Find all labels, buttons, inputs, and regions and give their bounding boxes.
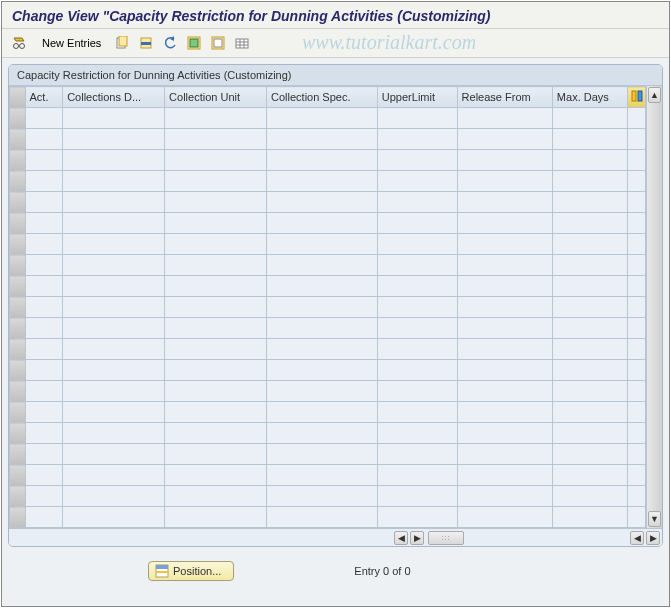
copy-as-button[interactable] [111, 33, 133, 53]
copy-icon [115, 36, 129, 50]
table-row[interactable] [10, 402, 646, 423]
table-row[interactable] [10, 276, 646, 297]
delete-icon [139, 36, 153, 50]
table-panel: Capacity Restriction for Dunning Activit… [8, 64, 663, 547]
col-max-days[interactable]: Max. Days [552, 87, 627, 108]
table-row[interactable] [10, 171, 646, 192]
pencil-glasses-icon [12, 35, 28, 51]
hscroll-thumb[interactable]: ::: [428, 531, 464, 545]
row-selector[interactable] [10, 318, 26, 339]
print-button[interactable] [231, 33, 253, 53]
table-row[interactable] [10, 339, 646, 360]
vertical-scrollbar[interactable]: ▲ ▼ [646, 86, 662, 528]
toggle-display-change-button[interactable] [8, 33, 32, 53]
row-selector[interactable] [10, 444, 26, 465]
scroll-down-button[interactable]: ▼ [648, 511, 661, 527]
entry-counter: Entry 0 of 0 [354, 565, 410, 577]
row-selector[interactable] [10, 507, 26, 528]
deselect-all-button[interactable] [207, 33, 229, 53]
toolbar: New Entries [2, 29, 669, 58]
svg-rect-15 [632, 91, 636, 101]
table-row[interactable] [10, 297, 646, 318]
new-entries-button[interactable]: New Entries [34, 33, 109, 53]
row-selector[interactable] [10, 171, 26, 192]
row-selector[interactable] [10, 276, 26, 297]
table-row[interactable] [10, 192, 646, 213]
table-row[interactable] [10, 507, 646, 528]
row-selector[interactable] [10, 402, 26, 423]
table-row[interactable] [10, 381, 646, 402]
row-selector[interactable] [10, 360, 26, 381]
undo-button[interactable] [159, 33, 181, 53]
row-selector[interactable] [10, 213, 26, 234]
scroll-track[interactable] [647, 104, 662, 510]
data-grid[interactable]: Act. Collections D... Collection Unit Co… [9, 86, 646, 528]
position-icon [155, 564, 169, 578]
row-selector[interactable] [10, 339, 26, 360]
row-selector[interactable] [10, 381, 26, 402]
table-row[interactable] [10, 360, 646, 381]
configure-columns-icon [631, 90, 643, 102]
hscroll-left2-button[interactable]: ◀ [630, 531, 644, 545]
table-row[interactable] [10, 423, 646, 444]
svg-rect-3 [119, 36, 127, 46]
svg-rect-7 [190, 39, 198, 47]
position-button[interactable]: Position... [148, 561, 234, 581]
row-selector[interactable] [10, 423, 26, 444]
row-selector[interactable] [10, 192, 26, 213]
table-row[interactable] [10, 150, 646, 171]
hscroll-left-button[interactable]: ◀ [394, 531, 408, 545]
table-row[interactable] [10, 234, 646, 255]
table-row[interactable] [10, 318, 646, 339]
panel-title: Capacity Restriction for Dunning Activit… [9, 65, 662, 86]
svg-rect-9 [214, 39, 222, 47]
header-row: Act. Collections D... Collection Unit Co… [10, 87, 646, 108]
col-collections-d[interactable]: Collections D... [63, 87, 165, 108]
col-upper-limit[interactable]: UpperLimit [377, 87, 457, 108]
row-selector[interactable] [10, 255, 26, 276]
configure-columns-button[interactable] [628, 87, 646, 108]
svg-rect-19 [156, 571, 168, 573]
row-selector[interactable] [10, 150, 26, 171]
row-selector[interactable] [10, 297, 26, 318]
select-all-icon [187, 36, 201, 50]
deselect-all-icon [211, 36, 225, 50]
select-all-button[interactable] [183, 33, 205, 53]
table-row[interactable] [10, 255, 646, 276]
svg-point-0 [14, 44, 19, 49]
table-print-icon [235, 36, 249, 50]
row-selector[interactable] [10, 234, 26, 255]
table-row[interactable] [10, 129, 646, 150]
position-label: Position... [173, 565, 221, 577]
table-row[interactable] [10, 486, 646, 507]
svg-rect-5 [141, 42, 151, 45]
hscroll-right-button[interactable]: ▶ [410, 531, 424, 545]
col-act[interactable]: Act. [25, 87, 63, 108]
delete-button[interactable] [135, 33, 157, 53]
undo-icon [163, 36, 177, 50]
row-selector[interactable] [10, 465, 26, 486]
table-row[interactable] [10, 444, 646, 465]
scroll-up-button[interactable]: ▲ [648, 87, 661, 103]
svg-point-1 [20, 44, 25, 49]
col-release-from[interactable]: Release From [457, 87, 552, 108]
table-row[interactable] [10, 108, 646, 129]
col-collection-spec[interactable]: Collection Spec. [267, 87, 378, 108]
horizontal-scrollbar: ◀ ▶ ::: ◀ ▶ [9, 528, 662, 546]
row-selector[interactable] [10, 486, 26, 507]
page-title: Change View "Capacity Restriction for Du… [2, 2, 669, 29]
row-selector-header[interactable] [10, 87, 26, 108]
svg-rect-10 [236, 39, 248, 48]
hscroll-right2-button[interactable]: ▶ [646, 531, 660, 545]
col-collection-unit[interactable]: Collection Unit [165, 87, 267, 108]
row-selector[interactable] [10, 108, 26, 129]
table-row[interactable] [10, 465, 646, 486]
table-row[interactable] [10, 213, 646, 234]
svg-rect-18 [156, 565, 168, 569]
watermark: www.tutorialkart.com [302, 31, 476, 54]
row-selector[interactable] [10, 129, 26, 150]
svg-rect-16 [638, 91, 642, 101]
